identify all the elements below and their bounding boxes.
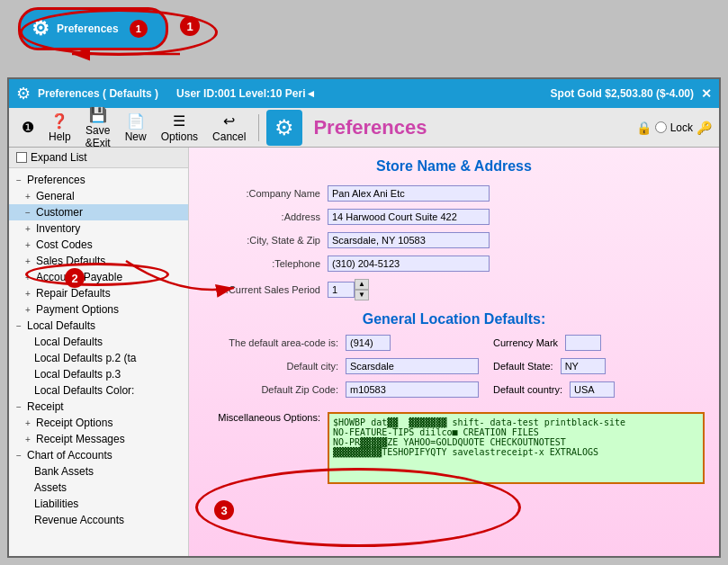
tree-item-receipt-options[interactable]: + Receipt Options (9, 415, 188, 431)
default-country-input[interactable] (570, 381, 615, 398)
new-button[interactable]: 📄 New (120, 111, 152, 145)
tree-label: Bank Assets (34, 465, 94, 478)
spot-gold: Spot Gold $2,503.80 ($-4.00) (551, 87, 694, 100)
tree-item-chart-accounts[interactable]: − Chart of Accounts (9, 447, 188, 463)
tree-item-preferences[interactable]: − Preferences (9, 172, 188, 188)
tree-item-liabilities[interactable]: Liabilities (9, 496, 188, 512)
tree-label: Cost Codes (36, 238, 93, 251)
help-label: Help (49, 130, 71, 143)
expand-icon: − (16, 402, 25, 412)
user-info: User ID:001 Level:10 Peri◄ (176, 87, 316, 100)
telephone-row: :Telephone (203, 256, 705, 272)
save-icon: 💾 (89, 106, 107, 123)
tree-item-inventory[interactable]: + Inventory (9, 220, 188, 237)
gear-icon: ⚙ (31, 17, 49, 40)
preferences-top-button[interactable]: ⚙ Preferences 1 (18, 7, 168, 50)
store-name-title: Store Name & Address (203, 158, 705, 175)
tree-item-local-defaults-p3[interactable]: Local Defaults p.3 (9, 366, 188, 382)
spinner-down[interactable]: ▼ (355, 290, 369, 300)
tree-item-receipt-messages[interactable]: + Receipt Messages (9, 431, 188, 447)
tree-label: Receipt Options (36, 417, 112, 429)
misc-options-textarea[interactable]: $HOWBP dat▓▓ ▓▓▓▓▓▓▓ shift- data-test pr… (328, 412, 705, 484)
default-country-row: Default country: (493, 381, 705, 398)
company-name-input[interactable] (328, 185, 490, 202)
toolbar-separator (258, 114, 259, 141)
default-zip-label: Default Zip Code: (203, 384, 338, 395)
currency-mark-input[interactable] (565, 335, 601, 351)
expand-icon: − (16, 451, 25, 461)
tree-item-local-defaults-p2[interactable]: Local Defaults p.2 (ta (9, 350, 188, 366)
company-name-row: :Company Name (203, 185, 705, 202)
tree-label: General (36, 190, 75, 202)
tree-label: Revenue Accounts (34, 514, 124, 526)
tree-label: Inventory (36, 222, 80, 235)
close-button[interactable]: ✕ (701, 86, 712, 101)
default-state-label: Default State: (493, 361, 553, 372)
tree-label: Local Defaults p.3 (34, 368, 121, 381)
options-icon: ☰ (173, 112, 185, 130)
city-state-zip-input[interactable] (328, 232, 490, 248)
tree-item-local-defaults-color[interactable]: Local Defaults Color: (9, 382, 188, 399)
default-zip-input[interactable] (346, 381, 479, 398)
save-exit-button[interactable]: 💾 Save&Exit (80, 104, 116, 151)
cancel-button[interactable]: ↩ Cancel (207, 111, 251, 145)
callout-1: 1 (180, 16, 200, 36)
city-state-zip-row: :City, State & Zip (203, 232, 705, 248)
tree-item-accounts-payable[interactable]: + Accounts Payable (9, 269, 188, 285)
currency-mark-row: Currency Mark (493, 335, 705, 351)
misc-options-label: Miscellaneous Options: (203, 412, 320, 423)
tree-item-local-defaults-1[interactable]: Local Defaults (9, 334, 188, 350)
tree-item-payment-options[interactable]: + Payment Options (9, 301, 188, 318)
tree-label: Repair Defaults (36, 287, 111, 300)
tree-item-local-defaults[interactable]: − Local Defaults (9, 318, 188, 334)
default-zip-row: Default Zip Code: (203, 381, 479, 398)
spinner-up[interactable]: ▲ (355, 279, 369, 290)
default-city-input[interactable] (346, 358, 479, 374)
telephone-input[interactable] (328, 256, 490, 272)
tree-item-sales-defaults[interactable]: + Sales Defaults (9, 253, 188, 269)
tree-item-bank-assets[interactable]: Bank Assets (9, 463, 188, 480)
address-input[interactable] (328, 209, 490, 225)
address-label: :Address (203, 211, 320, 222)
expand-icon: + (25, 273, 34, 282)
location-right: Currency Mark Default State: Default cou… (493, 335, 705, 405)
tree-item-customer[interactable]: − Customer (9, 204, 188, 220)
area-code-input[interactable] (346, 335, 391, 351)
default-country-label: Default country: (493, 384, 562, 395)
badge-1: 1 (130, 20, 148, 38)
area-code-row: The default area-code is: (203, 335, 479, 351)
default-city-row: Default city: (203, 358, 479, 374)
spinner-buttons: ▲ ▼ (355, 279, 369, 300)
help-button[interactable]: ❓ Help (43, 111, 76, 145)
sales-period-spinner: ▲ ▼ (328, 279, 369, 300)
main-window: ⚙ Preferences ( Defaults ) User ID:001 L… (7, 77, 721, 558)
expand-icon: + (25, 435, 34, 444)
default-state-input[interactable] (561, 358, 606, 374)
window-title: Preferences ( Defaults ) (38, 87, 158, 100)
tree-item-general[interactable]: + General (9, 188, 188, 204)
location-two-col: The default area-code is: Default city: … (203, 335, 705, 405)
sales-period-input[interactable] (328, 282, 355, 298)
address-row: :Address (203, 209, 705, 225)
sales-period-row: :Current Sales Period ▲ ▼ (203, 279, 705, 300)
toolbar-gear-icon: ⚙ (266, 110, 302, 146)
lock-label: Lock (670, 121, 693, 134)
expand-list-label: Expand List (31, 151, 87, 164)
lock-radio[interactable] (655, 121, 667, 133)
tree-item-assets[interactable]: Assets (9, 480, 188, 496)
expand-icon: + (25, 305, 34, 315)
title-bar-text: Preferences ( Defaults ) User ID:001 Lev… (38, 87, 544, 100)
tree-item-receipt[interactable]: − Receipt (9, 399, 188, 415)
options-button[interactable]: ☰ Options (156, 111, 203, 145)
tree-label: Liabilities (34, 498, 78, 510)
tree-item-repair-defaults[interactable]: + Repair Defaults (9, 285, 188, 301)
tree-item-cost-codes[interactable]: + Cost Codes (9, 237, 188, 253)
expand-list-button[interactable]: Expand List (9, 148, 188, 168)
company-name-label: :Company Name (203, 188, 320, 199)
expand-checkbox[interactable] (16, 152, 27, 163)
tree-item-revenue-accounts[interactable]: Revenue Accounts (9, 512, 188, 528)
tree-label: Local Defaults Color: (34, 384, 134, 397)
lock-icon: 🔒 (636, 121, 652, 135)
tree-label: Chart of Accounts (27, 449, 112, 462)
help-number-button[interactable]: ❶ (16, 117, 40, 138)
